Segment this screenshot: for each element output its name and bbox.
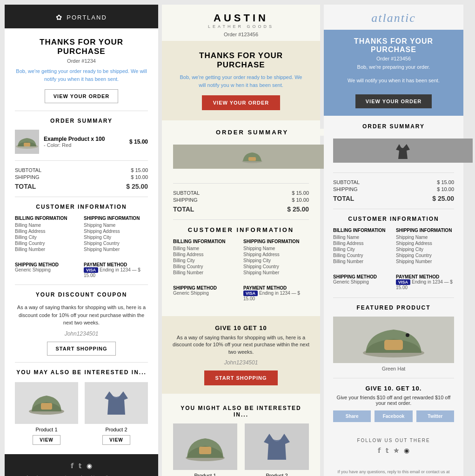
austin-shirt1-svg bbox=[258, 428, 295, 465]
atlantic-payment-method: PAYMENT METHOD VISAEnding in 1234 — $ 15… bbox=[396, 274, 454, 290]
customer-info: BILLING INFORMATION Billing Name Billing… bbox=[15, 216, 148, 253]
austin-shipping-row: SHIPPING $ 10.00 bbox=[173, 197, 309, 203]
atlantic-visa-badge: VISA bbox=[396, 279, 410, 285]
austin-start-shopping-button[interactable]: START SHOPPING bbox=[204, 370, 278, 385]
product1-name: Product 1 bbox=[15, 427, 78, 432]
svg-rect-5 bbox=[248, 157, 256, 161]
atlantic-customer-info: BILLING INFORMATION Billing Name Billing… bbox=[333, 228, 454, 265]
discount-code: John1234501 bbox=[15, 331, 148, 337]
atlantic-ship-method: SHIPPING METHOD Generic Shipping bbox=[333, 274, 391, 290]
billing-number: Billing Number bbox=[15, 247, 79, 252]
austin-body: ORDER SUMMARY Example Product x 100 - Co… bbox=[162, 120, 320, 310]
footer-contact: If you have any questions, reply to this… bbox=[9, 474, 154, 476]
view-product1-button[interactable]: VIEW bbox=[33, 435, 60, 445]
thanks-text: Bob, we're getting your order ready to b… bbox=[15, 67, 148, 83]
shipping-country: Shipping Country bbox=[84, 241, 148, 246]
total-label: TOTAL bbox=[15, 183, 36, 190]
atlantic-divider2 bbox=[333, 209, 454, 209]
divider5 bbox=[15, 362, 148, 363]
austin-interested-grid: Product 1 VIEW Product 2 VIEW bbox=[173, 423, 309, 476]
product2-image bbox=[85, 382, 148, 424]
discount-title: YOUR DISCOUNT COUPON bbox=[15, 291, 148, 298]
shipping-label: SHIPPING bbox=[15, 174, 40, 180]
austin-product-card-1: Product 1 VIEW bbox=[173, 423, 237, 476]
divider bbox=[15, 111, 148, 111]
austin-divider2 bbox=[173, 219, 309, 220]
atlantic-view-order-button[interactable]: VIEW YOUR ORDER bbox=[355, 94, 432, 108]
product-row: Example Product x 100 - Color: Red $ 15.… bbox=[15, 130, 148, 154]
total-val: $ 25.00 bbox=[126, 183, 148, 190]
shipping-row: SHIPPING $ 10.00 bbox=[15, 174, 148, 180]
share-button[interactable]: Share bbox=[333, 410, 371, 422]
thanks-plain: Bob, we're getting your order ready to b… bbox=[16, 68, 131, 74]
divider4 bbox=[15, 284, 148, 285]
austin-customer-info: BILLING INFORMATION Billing Name Billing… bbox=[173, 239, 309, 276]
atlantic-pinterest-icon: ✯ bbox=[394, 447, 399, 454]
atlantic-customer-title: CUSTOMER INFORMATION bbox=[333, 216, 454, 222]
subtotal-val: $ 15.00 bbox=[131, 167, 148, 173]
follow-section: FOLLOW US OUT THERE 𝕗 𝕥 ✯ ◉ bbox=[324, 433, 463, 463]
austin-sub: LEATHER GOODS bbox=[167, 24, 315, 29]
atlantic-payment-val: VISAEnding in 1234 — $ 15.00 bbox=[396, 279, 454, 290]
austin-brand: AUSTIN bbox=[167, 12, 315, 24]
svg-point-10 bbox=[406, 333, 409, 337]
subtotal-label: SUBTOTAL bbox=[15, 167, 41, 173]
view-order-button[interactable]: VIEW YOUR ORDER bbox=[45, 89, 119, 103]
austin-product2-image bbox=[245, 423, 309, 470]
order-number: Order #1234 bbox=[15, 58, 148, 64]
featured-product-name: Green Hat bbox=[333, 366, 454, 371]
austin-ship-method: SHIPPING METHOD Generic Shipping bbox=[173, 285, 239, 301]
give10-title: GIVE 10 GET 10 bbox=[171, 324, 311, 331]
austin-order-num: Order #123456 bbox=[167, 32, 315, 37]
atlantic-divider1 bbox=[333, 172, 454, 173]
start-shopping-button[interactable]: START SHOPPING bbox=[47, 342, 116, 356]
atlantic-billing-col: BILLING INFORMATION Billing Name Billing… bbox=[333, 228, 391, 265]
portland-header: ✿ PORTLAND bbox=[5, 5, 158, 28]
austin-hat1-svg bbox=[184, 432, 226, 462]
give10-box: GIVE 10 GET 10 As a way of saying thanks… bbox=[162, 316, 320, 394]
billing-col: BILLING INFORMATION Billing Name Billing… bbox=[15, 216, 79, 253]
austin-payment-method: PAYMENT METHOD VISAEnding in 1234 — $ 15… bbox=[243, 285, 309, 301]
share-buttons: Share Facebook Twitter bbox=[333, 410, 454, 422]
austin-subtotal-row: SUBTOTAL $ 15.00 bbox=[173, 190, 309, 196]
discount-desc: As a way of saying thanks for shopping w… bbox=[15, 304, 148, 327]
shipping-name: Shipping Name bbox=[84, 223, 148, 228]
billing-country: Billing Country bbox=[15, 241, 79, 246]
featured-title: FEATURED PRODUCT bbox=[333, 304, 454, 311]
divider3 bbox=[15, 197, 148, 197]
hat1-svg bbox=[28, 390, 65, 416]
facebook-button[interactable]: Facebook bbox=[375, 410, 412, 422]
visa-badge: VISA bbox=[84, 267, 98, 273]
atlantic-shipping-row: SHIPPING $ 10.00 bbox=[333, 186, 454, 192]
shipping-val: $ 10.00 bbox=[131, 174, 148, 180]
product-card-1: Product 1 VIEW bbox=[15, 382, 78, 445]
atlantic-thanks-text2: We will notify you when it has been sent… bbox=[333, 77, 454, 85]
atlantic-brand: atlantic bbox=[328, 11, 459, 25]
atlantic-header: atlantic bbox=[324, 5, 463, 30]
atlantic-subtotal-row: SUBTOTAL $ 15.00 bbox=[333, 179, 454, 185]
follow-label: FOLLOW US OUT THERE bbox=[333, 438, 454, 443]
interested-title: YOU MAY ALSO BE INTERESTED IN... bbox=[15, 369, 148, 376]
give10-code: John1234501 bbox=[171, 359, 311, 366]
billing-title: BILLING INFORMATION bbox=[15, 216, 79, 221]
view-product2-button[interactable]: VIEW bbox=[102, 435, 130, 445]
svg-rect-9 bbox=[384, 340, 403, 350]
svg-rect-7 bbox=[199, 447, 211, 454]
shipping-col: SHIPPING INFORMATION Shipping Name Shipp… bbox=[84, 216, 148, 253]
atlantic-total-row: TOTAL $ 25.00 bbox=[333, 195, 454, 202]
atlantic-shipping-col: SHIPPING INFORMATION Shipping Name Shipp… bbox=[396, 228, 454, 265]
facebook-icon: 𝕗 bbox=[71, 461, 74, 472]
featured-section: FEATURED PRODUCT Green Hat bbox=[324, 298, 463, 378]
austin-total-row: TOTAL $ 25.00 bbox=[173, 205, 309, 213]
atlantic-thanks-text1: Bob, we're preparing your order. bbox=[333, 63, 454, 71]
twitter-button[interactable]: Twitter bbox=[416, 410, 454, 422]
atlantic-body: ORDER SUMMARY Example Product x 100 - Co… bbox=[324, 116, 463, 298]
austin-view-order-button[interactable]: VIEW YOUR ORDER bbox=[202, 95, 281, 110]
social-icons: 𝕗 𝕥 ◉ bbox=[9, 461, 154, 472]
twitter-icon: 𝕥 bbox=[79, 461, 82, 472]
austin-product-row: Example Product x 100 - Color: Red $ 15.… bbox=[173, 141, 309, 177]
atlantic-give10: GIVE 10. GET 10. Give your friends $10 o… bbox=[324, 378, 463, 433]
atlantic-thanks-title: THANKS FOR YOUR PURCHASE bbox=[333, 37, 454, 54]
atlantic-give10-title: GIVE 10. GET 10. bbox=[333, 385, 454, 392]
product2-name: Product 2 bbox=[85, 427, 148, 432]
